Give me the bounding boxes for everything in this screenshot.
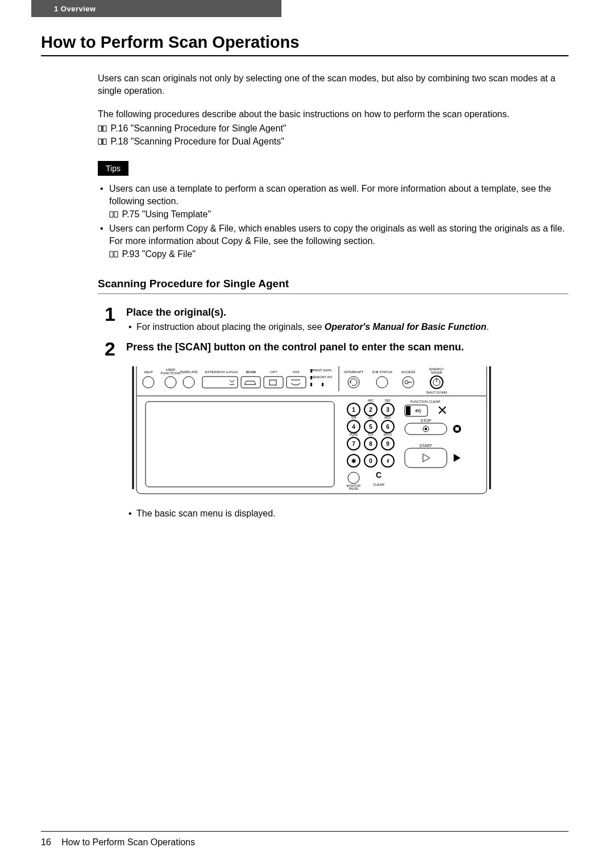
panel-label-efiling: e-FILIN — [226, 370, 238, 374]
intro-para-2: The following procedures describe about … — [98, 108, 569, 121]
panel-start-button[interactable] — [405, 448, 447, 468]
footer-page-number: 16 — [41, 837, 51, 847]
svg-text:7: 7 — [352, 441, 355, 447]
panel-label-help: HELP — [144, 370, 153, 374]
page-title: How to Perform Scan Operations — [41, 33, 569, 52]
svg-rect-8 — [322, 383, 323, 386]
step-1: 1 Place the original(s). For instruction… — [105, 304, 569, 333]
step-2-number: 2 — [105, 339, 126, 358]
panel-touchscreen[interactable] — [146, 402, 334, 487]
footer-rule — [41, 831, 569, 832]
panel-jobstatus-button[interactable] — [376, 377, 388, 388]
panel-label-stop: STOP — [421, 419, 432, 423]
panel-label-fax: FAX — [293, 370, 299, 374]
tray-icon — [230, 380, 234, 385]
step-1-body: Place the original(s). For instruction a… — [126, 304, 569, 333]
panel-label-functionclear: FUNCTION CLEAR — [410, 400, 441, 403]
svg-text:DEF: DEF — [385, 399, 391, 402]
chapter-tab: 1 Overview — [31, 0, 281, 17]
panel-label-printdata: PRINT DATA — [312, 369, 332, 372]
step-1-sub-list: For instruction about placing the origin… — [126, 321, 569, 333]
svg-text:JKL: JKL — [368, 416, 374, 419]
book-icon — [98, 122, 107, 129]
body-block: Users can scan originals not only by sel… — [98, 72, 569, 520]
panel-label-shutdown: SHUT DOWN — [426, 391, 447, 394]
panel-label-template: TEMPLATE — [180, 370, 197, 374]
step-1-sub-tail: . — [487, 322, 489, 332]
tip-1-xref-text: P.75 "Using Template" — [122, 209, 211, 219]
svg-text:9: 9 — [386, 441, 389, 447]
step-2-title: Press the [SCAN] button on the control p… — [126, 340, 569, 354]
footer-text: 16 How to Perform Scan Operations — [41, 837, 569, 848]
step-1-sub-em: Operator's Manual for Basic Function — [325, 322, 487, 332]
step-1-title: Place the original(s). — [126, 305, 569, 319]
copy-icon — [269, 380, 276, 385]
panel-keypad: 1 2 ABC 3 DEF 4 GHI 5 JKL 6 MNO — [347, 399, 394, 490]
step-2-body: Press the [SCAN] button on the control p… — [126, 339, 569, 358]
svg-text:CLEAR: CLEAR — [373, 483, 385, 486]
svg-rect-40 — [406, 406, 410, 415]
svg-text:FC: FC — [416, 408, 422, 414]
svg-rect-5 — [310, 369, 312, 373]
panel-template-button[interactable] — [183, 377, 194, 388]
title-rule — [41, 55, 569, 56]
panel-user-functions-button[interactable] — [165, 377, 176, 388]
tips-label: Tips — [98, 161, 128, 176]
intro-para-1: Users can scan originals not only by sel… — [98, 72, 569, 98]
svg-rect-43 — [425, 428, 427, 430]
tip-item-2: Users can perform Copy & File, which ena… — [98, 222, 569, 261]
panel-label-access: ACCESS — [401, 370, 416, 374]
tip-2-xref-row: P.93 "Copy & File" — [109, 247, 569, 261]
control-panel-svg: HELP USER FUNCTIONS TEMPLATE EXTENSION e… — [130, 364, 493, 495]
panel-scan-button[interactable] — [241, 377, 260, 388]
control-panel-figure: HELP USER FUNCTIONS TEMPLATE EXTENSION e… — [130, 364, 569, 497]
panel-label-start: START — [420, 444, 433, 448]
svg-text:2: 2 — [369, 407, 372, 413]
keypad-row: 1 2 ABC 3 DEF — [347, 399, 394, 416]
page-footer: 16 How to Perform Scan Operations — [41, 831, 569, 848]
tips-list: Users can use a template to perform a sc… — [98, 183, 569, 261]
svg-text:PQRS: PQRS — [350, 433, 358, 436]
svg-text:♯: ♯ — [387, 458, 389, 464]
svg-text:✱: ✱ — [351, 458, 356, 464]
panel-label-jobstatus: JOB STATUS — [372, 370, 392, 374]
fax-icon — [291, 380, 300, 385]
svg-text:5: 5 — [369, 424, 372, 430]
svg-text:MNO: MNO — [384, 416, 391, 419]
svg-point-10 — [405, 381, 408, 384]
svg-rect-44 — [455, 427, 459, 431]
step-1-sub-item: For instruction about placing the origin… — [126, 321, 569, 333]
svg-text:1: 1 — [352, 407, 355, 413]
chapter-tab-text: 1 Overview — [54, 5, 96, 13]
tip-1-xref-row: P.75 "Using Template" — [109, 208, 569, 221]
svg-text:ABC: ABC — [368, 399, 374, 402]
svg-text:SAVER: SAVER — [431, 371, 443, 374]
book-icon — [98, 135, 107, 142]
panel-fax-button[interactable] — [287, 377, 306, 388]
start-icon — [423, 454, 430, 462]
step-2-after-list: The basic scan menu is displayed. — [126, 507, 569, 520]
tip-2-text: Users can perform Copy & File, which ena… — [109, 224, 565, 246]
tip-item-1: Users can use a template to perform a sc… — [98, 183, 569, 221]
panel-label-extension: EXTENSION — [205, 370, 225, 374]
footer-title: How to Perform Scan Operations — [61, 837, 195, 847]
step-2: 2 Press the [SCAN] button on the control… — [105, 339, 569, 358]
tip-2-xref-text: P.93 "Copy & File" — [122, 249, 195, 259]
step-1-number: 1 — [105, 304, 126, 333]
svg-text:C: C — [376, 470, 381, 480]
xref-row-1: P.16 "Scanning Procedure for Single Agen… — [98, 122, 569, 135]
svg-text:8: 8 — [369, 441, 372, 447]
panel-label-copy: :OPY — [269, 370, 277, 374]
svg-rect-7 — [310, 383, 312, 386]
panel-monitor-button[interactable] — [348, 472, 359, 483]
panel-copy-button[interactable] — [264, 377, 283, 388]
svg-text:4: 4 — [352, 424, 355, 430]
svg-text:6: 6 — [386, 424, 389, 430]
xref-row-2: P.18 "Scanning Procedure for Dual Agents… — [98, 135, 569, 148]
step-1-sub-text: For instruction about placing the origin… — [136, 322, 325, 332]
svg-text:PAUSE: PAUSE — [349, 487, 359, 490]
clear-icon — [439, 407, 446, 414]
panel-help-button[interactable] — [143, 377, 154, 388]
svg-text:WXYZ: WXYZ — [384, 433, 392, 436]
scan-icon — [244, 381, 256, 385]
